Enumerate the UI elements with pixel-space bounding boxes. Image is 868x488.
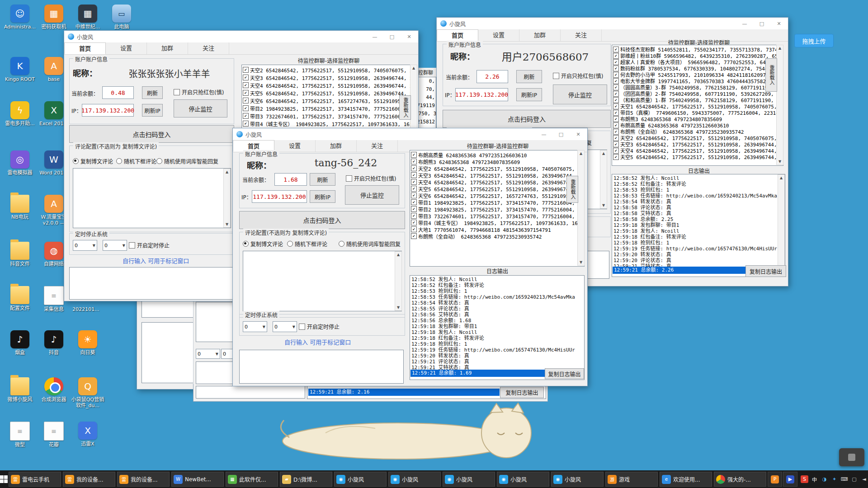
checkbox-checked-icon[interactable]: ✔ xyxy=(613,59,619,65)
balance-field[interactable]: 1.68 xyxy=(274,173,307,186)
floating-widget[interactable] xyxy=(839,448,864,466)
checkbox-checked-icon[interactable]: ✔ xyxy=(613,78,619,84)
desktop-icon-tiktok[interactable]: ♪烟盒 xyxy=(3,330,37,356)
checkbox-checked-icon[interactable]: ✔ xyxy=(411,186,417,192)
checkbox-checked-icon[interactable]: ✔ xyxy=(411,172,417,178)
tray-keyboard-icon[interactable]: ⌨ xyxy=(840,475,848,483)
comment-textarea[interactable] xyxy=(243,251,402,311)
reload-list-button[interactable]: 重新载入 xyxy=(399,95,411,120)
partial-file-label[interactable]: 2022101... xyxy=(68,306,104,312)
checkbox-checked-icon[interactable]: ✔ xyxy=(613,129,619,135)
checkbox-icon[interactable] xyxy=(299,324,305,330)
list-scrollbar[interactable]: ▲▼ xyxy=(577,150,585,266)
refresh-button[interactable]: 刷新 xyxy=(310,173,335,186)
group-row[interactable]: ✔天空4 6542846542, 1775622517, 5512910958,… xyxy=(242,81,417,89)
scroll-up-icon[interactable]: ▲ xyxy=(395,252,401,258)
redpacket-checkbox[interactable]: 开启只抢红包(慎) xyxy=(174,88,224,96)
titlebar[interactable]: 小旋风 xyxy=(64,31,418,43)
checkbox-icon[interactable] xyxy=(553,73,559,79)
group-row[interactable]: ✔天空2 6542846542, 1775622517, 5512910958,… xyxy=(242,66,417,74)
minimize-button[interactable]: — xyxy=(366,31,383,42)
taskbar-button-xiaoxuanfeng[interactable]: ◉小旋风 xyxy=(334,472,387,487)
log-output-box[interactable]: 12:58:52 发包人: Ncoill12:58:52 红包备注: 转发评论1… xyxy=(612,174,785,277)
copy-log-button[interactable]: 复制日志输出 xyxy=(745,265,786,277)
checkbox-checked-icon[interactable]: ✔ xyxy=(613,122,619,128)
desktop-icon-qr-tool[interactable]: ▦密码获取机 xyxy=(37,5,71,30)
group-row[interactable]: ✔（团团高质量）2-群 7540249958, 6077191190, 5392… xyxy=(612,90,783,97)
tray-moon-app-icon[interactable]: ◑ xyxy=(821,475,828,483)
group-row[interactable]: ✔布朗熊（全自动） 6248365368 4797235230935742 xyxy=(410,233,584,239)
group-row[interactable]: ✔天空5 6542846542, 1775622517, 5512910958,… xyxy=(410,185,584,192)
redpacket-checkbox[interactable]: 开启只抢红包(慎) xyxy=(346,174,396,182)
scroll-up-icon[interactable]: ▲ xyxy=(224,169,230,175)
mark-textbox[interactable] xyxy=(69,267,233,300)
group-row[interactable]: ✔布朗高质量 6248365368 4797235126603610 xyxy=(410,151,584,158)
checkbox-checked-icon[interactable]: ✔ xyxy=(243,105,249,111)
timer-hour-select[interactable]: 0▼ xyxy=(73,240,97,251)
window-xiaoxuanfeng-2[interactable]: 小旋风 — □ ✕ 首页 设置 加群 关注 账户账户信息 昵称： tang-56… xyxy=(232,128,588,386)
desktop-icon-document[interactable]: ≡微型 xyxy=(3,422,37,448)
group-row[interactable]: ✔何去野的小马甲 5245517993, 2101096334 48241181… xyxy=(612,71,783,78)
checkbox-checked-icon[interactable]: ✔ xyxy=(613,135,619,141)
group-row[interactable]: ✔（圆圆高质量）3-群 7540249958, 7762158129, 6077… xyxy=(612,84,783,90)
close-button[interactable]: ✕ xyxy=(570,129,587,140)
radio-copy-comment[interactable]: 复制博文评论 xyxy=(243,240,283,248)
scroll-down-icon[interactable]: ▼ xyxy=(578,259,584,265)
desktop-icon-ld-multi-opener[interactable]: ϟ雷电多开助... xyxy=(3,101,37,127)
group-row[interactable]: ✔天空6 6542846542, 1775622517, 1657274763,… xyxy=(410,192,584,199)
desktop-icon-ld-emulator[interactable]: ◎雷电模拟器 xyxy=(3,150,37,176)
taskbar-button-xiaoxuanfeng[interactable]: ◉小旋风 xyxy=(497,472,549,487)
desktop-icon-folder[interactable]: 抖音文件 xyxy=(3,242,37,267)
taskbar-button-xiaoxuanfeng[interactable]: ◉小旋风 xyxy=(551,472,604,487)
radio-random-comment[interactable]: 随机下框评论 xyxy=(287,240,327,248)
maximize-button[interactable]: □ xyxy=(552,129,570,140)
taskbar-button-software[interactable]: ▦此软件仅... xyxy=(226,472,278,487)
group-row[interactable]: ✔带目2 1984923825, 1775622517, 3734157470,… xyxy=(410,206,584,212)
tab-join-group[interactable]: 加群 xyxy=(147,42,188,54)
radio-icon[interactable] xyxy=(339,241,344,247)
group-row[interactable]: ✔天空2 6542846542, 1775622517, 5512910958,… xyxy=(410,165,584,172)
maximize-button[interactable]: □ xyxy=(753,18,770,29)
upload-button[interactable]: 拖拽上传 xyxy=(794,34,834,47)
group-row[interactable]: ✔带目3 7322674601, 1775622517, 3734157470,… xyxy=(410,212,584,219)
checkbox-checked-icon[interactable]: ✔ xyxy=(613,154,619,160)
group-row[interactable]: ✔布朗熊3 6248365368 4797234807835609 xyxy=(410,158,584,165)
textarea-scrollbar[interactable]: ▲▼ xyxy=(395,251,402,311)
checkbox-checked-icon[interactable]: ✔ xyxy=(411,179,417,185)
desktop-icon-chrome[interactable]: 合成浏览器 xyxy=(37,377,71,403)
checkbox-icon[interactable] xyxy=(174,89,180,95)
group-row[interactable]: ✔布朗高质量 6248365368 4797235126603610 xyxy=(612,122,783,128)
mark-textbox[interactable] xyxy=(239,350,404,384)
radio-copy-comment[interactable]: 复制博文评论 xyxy=(73,157,113,165)
checkbox-checked-icon[interactable]: ✔ xyxy=(613,110,619,116)
desktop-icon-qr-code[interactable]: ▦中维世纪... xyxy=(71,5,105,30)
stop-monitor-button[interactable]: 停止监控 xyxy=(345,185,399,205)
checkbox-checked-icon[interactable]: ✔ xyxy=(613,97,619,103)
tab-join-group[interactable]: 加群 xyxy=(316,140,357,152)
timer-hour-select[interactable]: 0▼ xyxy=(243,321,267,332)
tray-ime-chinese-icon[interactable]: 中 xyxy=(811,475,818,483)
desktop-icon-document[interactable]: ≡花瓣 xyxy=(37,422,71,448)
desktop-icon-folder[interactable]: 配置文件 xyxy=(3,286,37,311)
group-row[interactable]: ✔天空1 6542846542, 1775622517, 5512910958,… xyxy=(612,103,783,109)
comment-textarea[interactable] xyxy=(73,168,231,228)
tab-follow[interactable]: 关注 xyxy=(357,140,398,152)
checkbox-checked-icon[interactable]: ✔ xyxy=(613,66,619,71)
checkbox-checked-icon[interactable]: ✔ xyxy=(243,67,249,73)
radio-icon[interactable] xyxy=(116,158,122,164)
radio-thesaurus-reply[interactable]: 随机使用词库智能回复 xyxy=(156,157,218,165)
taskbar-button-xiaoxuanfeng[interactable]: ◉小旋风 xyxy=(388,472,441,487)
radio-icon[interactable] xyxy=(156,158,162,164)
refresh-ip-button[interactable]: 刷新IP xyxy=(142,104,163,117)
scroll-down-icon[interactable]: ▼ xyxy=(224,221,230,227)
desktop-icon-tiktok[interactable]: ♪抖音 xyxy=(37,330,71,356)
checkbox-checked-icon[interactable]: ✔ xyxy=(613,103,619,109)
checkbox-checked-icon[interactable]: ✔ xyxy=(411,152,417,158)
group-row[interactable]: ✔科技怪杰宠粉群 5140552811, 7550234177, 7355713… xyxy=(612,46,783,52)
titlebar[interactable]: 小旋风 xyxy=(437,18,788,30)
timer-minute-select[interactable]: 0▼ xyxy=(103,240,127,251)
monitor-group-list[interactable]: ✔布朗高质量 6248365368 4797235126603610✔布朗熊3 … xyxy=(410,150,585,267)
radio-random-comment[interactable]: 随机下框评论 xyxy=(116,157,156,165)
checkbox-checked-icon[interactable]: ✔ xyxy=(243,75,249,80)
ip-field[interactable]: 117.139.132.200 xyxy=(82,104,134,117)
